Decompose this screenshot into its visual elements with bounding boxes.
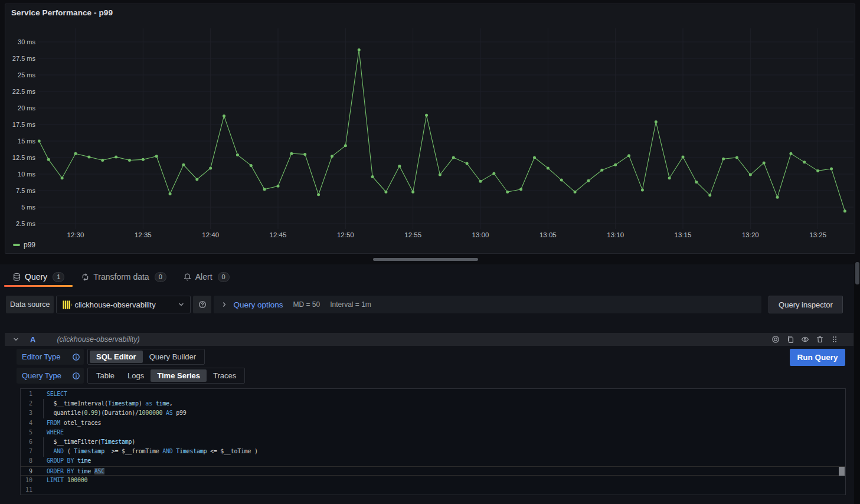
editor-type-sql[interactable]: SQL Editor	[90, 351, 143, 363]
drag-handle-icon[interactable]	[830, 335, 839, 343]
vertical-scrollbar-track[interactable]	[854, 262, 860, 504]
query-row-actions	[771, 335, 839, 343]
sql-line-1[interactable]: 1SELECT	[21, 390, 845, 399]
chevron-down-icon	[177, 300, 185, 309]
query-options-md: MD = 50	[293, 300, 320, 309]
sql-line-text: $__timeFilter(Timestamp)	[32, 437, 135, 447]
sql-line-4[interactable]: 4FROM otel_traces	[21, 418, 845, 428]
sql-line-text: $__timeInterval(Timestamp) as time,	[32, 399, 173, 408]
transform-icon	[81, 273, 90, 282]
sql-line-text: AND ( Timestamp >= $__fromTime AND Times…	[32, 447, 258, 456]
query-type-row: Query Type Table Logs Time Series Traces	[17, 368, 245, 384]
disable-query-icon[interactable]	[771, 335, 780, 343]
query-options-link[interactable]: Query options	[233, 300, 283, 309]
line-number: 4	[21, 418, 32, 428]
sql-line-2[interactable]: 2 $__timeInterval(Timestamp) as time,	[21, 399, 845, 408]
line-number: 10	[21, 476, 32, 485]
query-pane: Query 1 Transform data 0 Alert 0 Data so…	[0, 264, 854, 504]
sql-line-text: GROUP BY time	[32, 456, 91, 466]
sql-line-6[interactable]: 6 $__timeFilter(Timestamp)	[21, 437, 845, 447]
bell-icon	[183, 273, 192, 282]
svg-text:17.5 ms: 17.5 ms	[12, 121, 36, 128]
editor-cursor-marker	[839, 467, 845, 476]
line-number: 3	[21, 408, 32, 418]
sql-line-text: SELECT	[32, 390, 67, 399]
tab-transform[interactable]: Transform data 0	[73, 267, 175, 287]
query-type-traces[interactable]: Traces	[207, 369, 243, 382]
run-query-button[interactable]: Run Query	[790, 349, 845, 366]
svg-text:13:15: 13:15	[675, 231, 692, 238]
sql-line-5[interactable]: 5WHERE	[21, 428, 845, 437]
tab-transform-label: Transform data	[93, 272, 149, 282]
line-number: 2	[21, 399, 32, 408]
svg-text:12:55: 12:55	[404, 231, 421, 238]
sql-line-text: quantile(0.99)(Duration)/1000000 AS p99	[32, 408, 187, 418]
editor-type-label: Editor Type	[17, 349, 84, 365]
line-number: 5	[21, 428, 32, 437]
query-datasource-name: (clickhouse-observability)	[57, 335, 139, 343]
trash-icon[interactable]	[816, 335, 824, 343]
query-type-label: Query Type	[17, 368, 84, 384]
tab-alert[interactable]: Alert 0	[175, 267, 238, 287]
svg-text:12:45: 12:45	[270, 231, 287, 238]
svg-text:30 ms: 30 ms	[18, 38, 35, 45]
query-type-switch: Table Logs Time Series Traces	[87, 368, 245, 384]
sql-line-3[interactable]: 3 quantile(0.99)(Duration)/1000000 AS p9…	[21, 408, 845, 418]
sql-line-10[interactable]: 10LIMIT 100000	[21, 476, 845, 485]
query-inspector-button[interactable]: Query inspector	[769, 296, 843, 313]
tab-transform-count: 0	[155, 272, 166, 282]
datasource-help-button[interactable]	[193, 296, 211, 313]
svg-text:22.5 ms: 22.5 ms	[12, 88, 36, 95]
info-circle-icon[interactable]	[72, 372, 80, 380]
sql-line-8[interactable]: 8GROUP BY time	[21, 456, 845, 466]
svg-text:5 ms: 5 ms	[21, 204, 35, 211]
datasource-value: clickhouse-observability	[74, 300, 155, 309]
svg-text:27.5 ms: 27.5 ms	[12, 55, 36, 62]
line-number: 9	[21, 467, 32, 475]
svg-text:15 ms: 15 ms	[18, 138, 35, 145]
query-type-timeseries[interactable]: Time Series	[151, 369, 207, 382]
svg-text:13:20: 13:20	[742, 231, 759, 238]
tab-alert-label: Alert	[195, 272, 212, 282]
svg-text:12:30: 12:30	[67, 231, 84, 238]
editor-type-switch: SQL Editor Query Builder	[87, 349, 205, 365]
vertical-scrollbar-thumb[interactable]	[855, 262, 859, 284]
svg-text:25 ms: 25 ms	[18, 71, 35, 78]
svg-text:12:35: 12:35	[135, 231, 152, 238]
timeseries-chart[interactable]: 30 ms27.5 ms25 ms22.5 ms20 ms17.5 ms15 m…	[0, 0, 860, 255]
svg-text:13:25: 13:25	[809, 231, 826, 238]
tab-query-label: Query	[25, 272, 47, 282]
query-type-logs[interactable]: Logs	[121, 369, 151, 382]
svg-text:10 ms: 10 ms	[18, 171, 35, 178]
collapse-chevron-icon[interactable]	[12, 335, 20, 343]
copy-icon[interactable]	[786, 335, 794, 343]
svg-text:12:50: 12:50	[337, 231, 354, 238]
svg-text:13:05: 13:05	[539, 231, 557, 238]
pane-tabs: Query 1 Transform data 0 Alert 0	[0, 267, 854, 287]
query-ref: A	[30, 335, 35, 344]
database-icon	[12, 273, 21, 282]
sql-line-9[interactable]: 9ORDER BY time ASC	[21, 466, 845, 476]
help-circle-icon	[198, 300, 207, 309]
tab-query-count: 1	[53, 272, 64, 282]
datasource-select[interactable]: clickhouse-observability	[56, 296, 191, 313]
horizontal-scrollbar-thumb[interactable]	[373, 258, 478, 261]
editor-type-builder[interactable]: Query Builder	[143, 351, 202, 363]
info-circle-icon[interactable]	[72, 353, 80, 361]
eye-icon[interactable]	[801, 335, 809, 343]
datasource-label: Data source	[6, 296, 54, 313]
chevron-right-icon[interactable]	[220, 300, 228, 309]
tab-query[interactable]: Query 1	[4, 267, 73, 287]
clickhouse-logo-icon	[63, 300, 71, 309]
sql-line-11[interactable]: 11	[21, 485, 845, 495]
query-row-header[interactable]: A (clickhouse-observability)	[5, 333, 854, 346]
sql-editor[interactable]: 1SELECT2 $__timeInterval(Timestamp) as t…	[20, 388, 846, 495]
sql-line-7[interactable]: 7 AND ( Timestamp >= $__fromTime AND Tim…	[21, 447, 845, 456]
line-number: 7	[21, 447, 32, 456]
query-type-table[interactable]: Table	[90, 369, 121, 382]
line-number: 11	[21, 485, 32, 495]
tab-alert-count: 0	[218, 272, 230, 282]
line-number: 1	[21, 390, 32, 399]
svg-text:12.5 ms: 12.5 ms	[12, 154, 36, 161]
sql-line-text	[32, 485, 47, 495]
